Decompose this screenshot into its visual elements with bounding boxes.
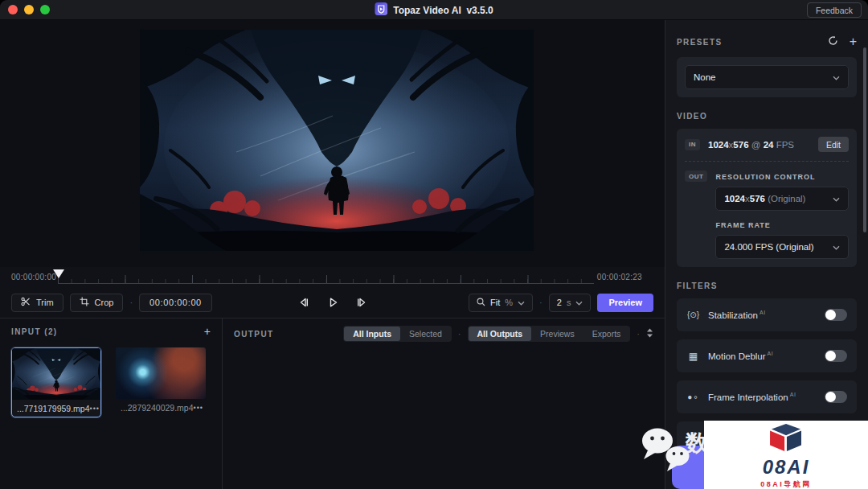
window-title: Topaz Video AI v3.5.0 — [393, 5, 493, 16]
separator-dot: · — [129, 298, 133, 307]
trim-button[interactable]: Trim — [11, 294, 63, 312]
timeline: 00:00:00:00 00:00:02:23 — [0, 267, 665, 287]
feedback-button[interactable]: Feedback — [807, 2, 862, 18]
thumbnail-menu-button[interactable]: ••• — [90, 405, 100, 413]
obai-logo-text: 08AI — [763, 458, 810, 477]
chevron-down-icon — [833, 194, 840, 203]
preset-select[interactable]: None — [685, 65, 849, 89]
zoom-window-button[interactable] — [40, 5, 50, 14]
presets-card: None — [677, 57, 857, 97]
divider — [685, 161, 849, 162]
resolution-control-label: RESOLUTION CONTROL — [715, 173, 849, 181]
chevron-down-icon — [575, 298, 583, 307]
close-window-button[interactable] — [8, 5, 18, 14]
app-logo-icon — [375, 2, 387, 18]
preview-button[interactable]: Preview — [597, 294, 653, 312]
filters-header: FILTERS — [677, 281, 718, 290]
input-thumbnail-2-image — [116, 347, 206, 399]
input-panel: INPUT (2) + ...7719179959.mp4 ••• — [0, 318, 223, 489]
reset-presets-icon[interactable] — [828, 35, 838, 49]
stabilization-icon: {⊙} — [686, 310, 700, 319]
play-button[interactable] — [324, 294, 342, 311]
zoom-level-select[interactable]: Fit % — [469, 294, 533, 312]
chevron-down-icon — [833, 242, 840, 252]
scissors-icon — [21, 297, 31, 308]
input-filter-tabs: All Inputs Selected — [343, 326, 452, 342]
presets-header: PRESETS — [677, 38, 722, 47]
out-badge: OUT — [685, 171, 707, 182]
obai-cube-logo — [767, 422, 805, 456]
filter-stabilization: {⊙} StabilizationAI — [677, 298, 857, 331]
traffic-lights — [8, 5, 50, 14]
sidebar-scrollbar[interactable] — [863, 47, 866, 232]
output-panel: OUTPUT All Inputs Selected · All Outputs… — [223, 318, 665, 489]
tab-all-inputs[interactable]: All Inputs — [344, 327, 400, 341]
obai-watermark: 08AI 08AI导航网 — [704, 421, 868, 489]
frame-rate-select[interactable]: 24.000 FPS (Original) — [715, 235, 849, 259]
separator-dot: · — [637, 329, 640, 339]
filter-motion-deblur: ▦ Motion DeblurAI — [677, 339, 857, 372]
separator-dot: · — [539, 298, 542, 307]
step-back-button[interactable] — [295, 294, 313, 311]
toolbar: Trim Crop · 00:00:00:00 — [0, 287, 665, 318]
tab-exports[interactable]: Exports — [583, 327, 630, 341]
chevron-down-icon — [518, 298, 525, 307]
tab-all-outputs[interactable]: All Outputs — [469, 327, 532, 341]
crop-button[interactable]: Crop — [70, 294, 124, 312]
input-thumbnail-2[interactable]: ...2879240029.mp4 ••• — [116, 347, 206, 417]
current-timecode-field[interactable]: 00:00:00:00 — [139, 294, 212, 312]
titlebar: Topaz Video AI v3.5.0 Feedback — [0, 0, 868, 20]
sort-icon[interactable] — [646, 327, 653, 341]
input-thumbnail-1-image — [12, 348, 100, 400]
frame-interpolation-icon: ●∘ — [686, 392, 700, 401]
input-filename: ...7719179959.mp4 — [17, 404, 90, 413]
video-header: VIDEO — [677, 112, 707, 121]
settings-sidebar: PRESETS + None — [665, 20, 868, 489]
chevron-down-icon — [833, 72, 840, 82]
add-input-button[interactable]: + — [204, 326, 211, 337]
resolution-select[interactable]: 1024x576 (Original) — [715, 187, 849, 211]
output-panel-header: OUTPUT — [234, 330, 274, 339]
magnifier-icon — [477, 298, 485, 308]
input-filename: ...2879240029.mp4 — [121, 403, 194, 413]
edit-input-button[interactable]: Edit — [818, 137, 849, 152]
motion-deblur-icon: ▦ — [686, 351, 700, 362]
timeline-ruler[interactable] — [58, 270, 594, 284]
frame-interpolation-toggle[interactable] — [825, 391, 847, 403]
thumbnail-menu-button[interactable]: ••• — [194, 404, 203, 412]
step-forward-button[interactable] — [353, 294, 371, 311]
motion-deblur-toggle[interactable] — [825, 350, 847, 362]
output-filter-tabs: All Outputs Previews Exports — [468, 326, 631, 342]
frame-rate-label: FRAME RATE — [715, 221, 849, 229]
timeline-start-timecode: 00:00:00:00 — [11, 273, 56, 281]
timeline-end-timecode: 00:00:02:23 — [597, 273, 642, 281]
tab-selected[interactable]: Selected — [400, 327, 451, 341]
minimize-window-button[interactable] — [24, 5, 34, 14]
input-video-info: 1024x576 @ 24 FPS — [708, 140, 794, 150]
input-thumbnail-1[interactable]: ...7719179959.mp4 ••• — [11, 347, 101, 417]
wechat-icon — [639, 426, 697, 479]
obai-logo-subtext: 08AI导航网 — [760, 479, 812, 489]
in-badge: IN — [685, 139, 700, 150]
app-window: Topaz Video AI v3.5.0 Feedback 00:00:00:… — [0, 0, 868, 489]
preview-duration-select[interactable]: 2 s — [549, 294, 592, 312]
crop-icon — [80, 297, 89, 308]
preview-area — [0, 20, 665, 267]
filter-frame-interpolation: ●∘ Frame InterpolationAI — [677, 380, 857, 413]
video-card: IN 1024x576 @ 24 FPS Edit OUT RESOLUTION… — [677, 129, 857, 267]
input-panel-header: INPUT (2) — [11, 327, 58, 336]
stabilization-toggle[interactable] — [825, 309, 847, 321]
tab-previews[interactable]: Previews — [531, 327, 583, 341]
playhead[interactable] — [53, 269, 64, 278]
separator-dot: · — [458, 329, 461, 339]
workspace: 00:00:00:00 00:00:02:23 Trim — [0, 20, 665, 489]
add-preset-button[interactable]: + — [850, 35, 857, 48]
video-preview — [140, 30, 534, 251]
